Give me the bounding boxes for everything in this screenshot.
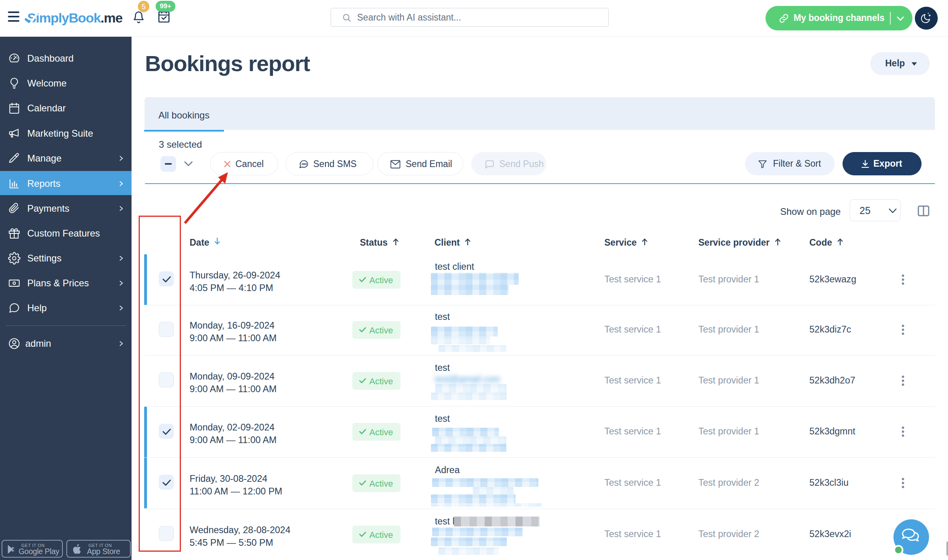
svg-text:SMS: SMS (301, 163, 307, 165)
